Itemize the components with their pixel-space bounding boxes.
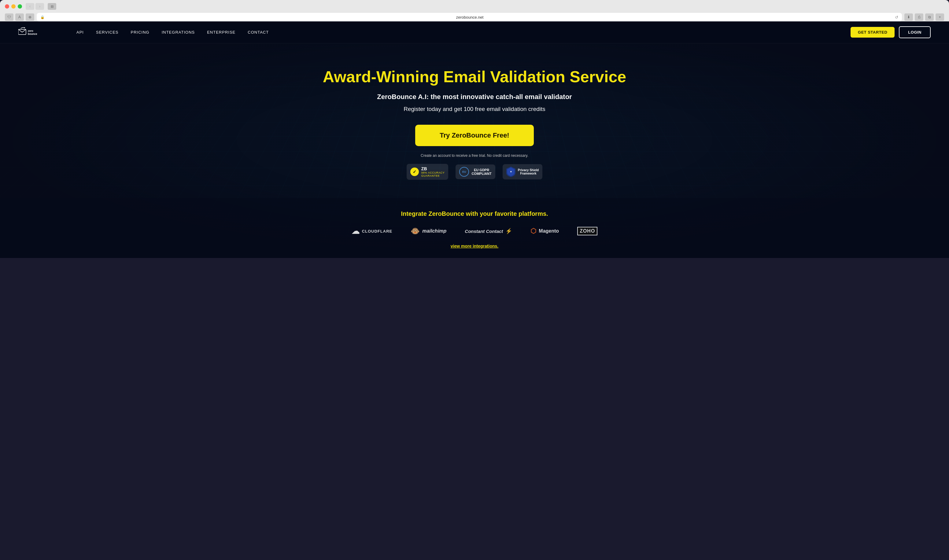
zoho-text: ZOHO bbox=[577, 227, 597, 235]
nav-api[interactable]: API bbox=[77, 30, 84, 35]
view-more-container: view more integrations. bbox=[18, 243, 931, 249]
lock-icon: 🔒 bbox=[40, 15, 45, 19]
forward-button[interactable]: › bbox=[35, 3, 44, 10]
logo-container[interactable]: zero bounce bbox=[18, 26, 61, 39]
mailchimp-icon: 🐵 bbox=[411, 227, 420, 235]
shield-icon[interactable]: 🛡 bbox=[5, 14, 14, 21]
zb-accuracy-badge: ✓ ZB 98% ACCURACY GUARANTEE bbox=[407, 164, 449, 180]
duplicate-icon[interactable]: ⧉ bbox=[925, 14, 934, 21]
nav-integrations[interactable]: INTEGRATIONS bbox=[162, 30, 195, 35]
zoho-logo: ZOHO bbox=[577, 227, 597, 235]
integrations-title-brand: ZeroBounce bbox=[428, 210, 464, 217]
nav-buttons: ‹ › bbox=[26, 3, 44, 10]
browser-window: ‹ › ⊟ 🛡 A ⊕ 🔒 zerobounce.net ↺ ⬇ ⎙ ⧉ + bbox=[0, 0, 949, 22]
share-icon[interactable]: ⎙ bbox=[915, 14, 923, 21]
cloudflare-logo: ☁ CLOUDFLARE bbox=[352, 226, 392, 236]
mailchimp-text: mailchimp bbox=[422, 228, 446, 234]
browser-toolbar: 🛡 A ⊕ 🔒 zerobounce.net ↺ ⬇ ⎙ ⧉ + bbox=[5, 13, 944, 22]
magento-text: Magento bbox=[539, 228, 559, 234]
reload-button[interactable]: ↺ bbox=[895, 15, 898, 20]
cloudflare-text: CLOUDFLARE bbox=[362, 229, 392, 234]
magento-logo: ⬡ Magento bbox=[531, 227, 559, 235]
privacy-line1: Privacy Shield bbox=[518, 168, 539, 172]
back-button[interactable]: ‹ bbox=[26, 3, 34, 10]
traffic-lights bbox=[5, 4, 22, 9]
extension-icon-1[interactable]: A bbox=[15, 14, 24, 21]
get-started-button[interactable]: GET STARTED bbox=[851, 27, 895, 38]
integrations-title-prefix: Integrate bbox=[401, 210, 428, 217]
constant-contact-arrow: ⚡ bbox=[505, 228, 512, 234]
extension-icon-2[interactable]: ⊕ bbox=[26, 14, 34, 21]
nav-links: API SERVICES PRICING INTEGRATIONS ENTERP… bbox=[77, 30, 851, 35]
maximize-button[interactable] bbox=[18, 4, 22, 9]
cta-button[interactable]: Try ZeroBounce Free! bbox=[415, 125, 534, 146]
integrations-logos: ☁ CLOUDFLARE 🐵 mailchimp Constant Contac… bbox=[18, 226, 931, 236]
browser-right-icons: ⬇ ⎙ ⧉ + bbox=[904, 14, 944, 21]
gdpr-line1: EU GDPR bbox=[471, 168, 491, 172]
zerobounce-logo: zero bounce bbox=[18, 26, 61, 39]
integrations-title: Integrate ZeroBounce with your favorite … bbox=[18, 210, 931, 217]
cloudflare-icon: ☁ bbox=[352, 226, 360, 236]
magento-icon: ⬡ bbox=[531, 227, 536, 235]
navbar: zero bounce API SERVICES PRICING INTEGRA… bbox=[0, 22, 949, 43]
hero-description: Register today and get 100 free email va… bbox=[6, 106, 943, 112]
zb-badge-text: ZB 98% ACCURACY GUARANTEE bbox=[421, 166, 445, 177]
nav-pricing[interactable]: PRICING bbox=[131, 30, 149, 35]
gdpr-badge: EU EU GDPR COMPLIANT bbox=[455, 165, 495, 179]
zb-badge-sub1: 98% ACCURACY bbox=[421, 171, 445, 174]
mailchimp-logo: 🐵 mailchimp bbox=[411, 227, 446, 235]
hero-section: Award-Winning Email Validation Service Z… bbox=[0, 43, 949, 198]
constant-contact-logo: Constant Contact ⚡ bbox=[465, 228, 512, 234]
zb-badge-sub2: GUARANTEE bbox=[421, 174, 445, 177]
add-tab-icon[interactable]: + bbox=[935, 14, 944, 21]
hero-title: Award-Winning Email Validation Service bbox=[6, 68, 943, 86]
url-text: zerobounce.net bbox=[46, 15, 893, 20]
trust-badges: ✓ ZB 98% ACCURACY GUARANTEE EU EU GDPR C… bbox=[6, 164, 943, 180]
sidebar-button[interactable]: ⊟ bbox=[48, 3, 56, 10]
login-button[interactable]: LOGIN bbox=[899, 26, 931, 38]
nav-enterprise[interactable]: ENTERPRISE bbox=[207, 30, 235, 35]
nav-actions: GET STARTED LOGIN bbox=[851, 26, 931, 38]
website-content: zero bounce API SERVICES PRICING INTEGRA… bbox=[0, 22, 949, 258]
cta-container: Try ZeroBounce Free! bbox=[6, 125, 943, 154]
download-icon[interactable]: ⬇ bbox=[904, 14, 913, 21]
check-circle-icon: ✓ bbox=[410, 168, 419, 176]
privacy-line2: Framework bbox=[518, 172, 539, 175]
view-more-integrations-link[interactable]: view more integrations. bbox=[451, 244, 498, 249]
gdpr-line2: COMPLIANT bbox=[471, 172, 491, 175]
address-bar[interactable]: 🔒 zerobounce.net ↺ bbox=[37, 13, 902, 22]
close-button[interactable] bbox=[5, 4, 9, 9]
eu-circle-icon: EU bbox=[459, 167, 469, 177]
constant-contact-text: Constant Contact bbox=[465, 229, 503, 234]
svg-text:bounce: bounce bbox=[28, 32, 37, 35]
toolbar-icons: 🛡 A ⊕ bbox=[5, 14, 34, 21]
nav-services[interactable]: SERVICES bbox=[96, 30, 118, 35]
zb-badge-main: ZB bbox=[421, 166, 445, 171]
privacy-shield-badge: ★ Privacy Shield Framework bbox=[503, 164, 542, 179]
gdpr-badge-text: EU GDPR COMPLIANT bbox=[471, 168, 491, 175]
hero-subtitle: ZeroBounce A.I: the most innovative catc… bbox=[6, 93, 943, 101]
shield-icon: ★ bbox=[506, 166, 515, 177]
browser-titlebar: ‹ › ⊟ bbox=[5, 3, 944, 10]
svg-text:zero: zero bbox=[28, 29, 33, 32]
nav-contact[interactable]: CONTACT bbox=[248, 30, 269, 35]
integrations-title-suffix: with your favorite platforms. bbox=[464, 210, 548, 217]
svg-text:★: ★ bbox=[510, 171, 512, 173]
cta-subtext: Create an account to receive a free tria… bbox=[6, 154, 943, 158]
integrations-section: Integrate ZeroBounce with your favorite … bbox=[0, 198, 949, 258]
minimize-button[interactable] bbox=[11, 4, 15, 9]
privacy-badge-text: Privacy Shield Framework bbox=[518, 168, 539, 175]
